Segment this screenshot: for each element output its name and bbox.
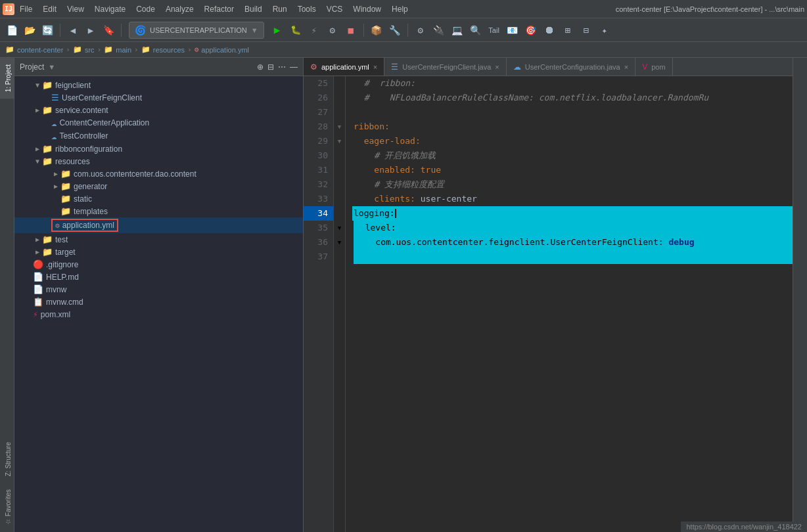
- collapse-icon[interactable]: ⊟: [267, 62, 274, 72]
- search-everywhere-btn[interactable]: 🔍: [468, 22, 484, 38]
- tab-feign-client[interactable]: ☰ UserCenterFeignClient.java ×: [384, 58, 507, 76]
- tab-close-feign[interactable]: ×: [495, 63, 499, 71]
- forward-btn[interactable]: ▶: [83, 22, 99, 38]
- line-num-28: 28: [304, 120, 333, 134]
- breadcrumb-main[interactable]: main: [116, 46, 131, 54]
- gradle-btn[interactable]: 📦: [369, 22, 384, 38]
- split-btn[interactable]: ⊟: [578, 22, 594, 38]
- tree-item-help[interactable]: 📄 HELP.md: [14, 271, 303, 283]
- tree-item-application-yml[interactable]: ⚙ application.yml: [14, 217, 303, 233]
- tree-item-gitignore[interactable]: 🔴 .gitignore: [14, 258, 303, 271]
- line-num-33: 33: [304, 192, 333, 206]
- menu-file[interactable]: File: [14, 3, 37, 15]
- code-line-29: eager-load:: [354, 134, 793, 148]
- tree-arrow-dao: ▶: [51, 170, 60, 177]
- tree-item-static[interactable]: 📁 static: [14, 192, 303, 205]
- tree-label-application-yml: application.yml: [62, 221, 114, 230]
- breadcrumb-src[interactable]: src: [85, 46, 95, 54]
- menu-view[interactable]: View: [62, 3, 89, 15]
- tab-icon-feign: ☰: [391, 62, 398, 72]
- menu-refactor[interactable]: Refactor: [199, 3, 239, 15]
- java-icon-app: ☁: [51, 118, 57, 128]
- favorites-tab[interactable]: ☆ Favorites: [0, 483, 14, 532]
- status-bar: https://blog.csdn.net/wanjin_418422: [681, 521, 807, 532]
- menu-vcs[interactable]: VCS: [321, 3, 348, 15]
- menu-analyze[interactable]: Analyze: [160, 3, 199, 15]
- menu-run[interactable]: Run: [267, 3, 292, 15]
- bookmark-btn[interactable]: 🔖: [101, 22, 116, 38]
- code-line-35: level:: [354, 221, 793, 235]
- open-btn[interactable]: 📂: [22, 22, 37, 38]
- tree-label-generator: generator: [74, 182, 107, 191]
- structure-tab[interactable]: Z: Structure: [0, 435, 14, 483]
- tree-label-help: HELP.md: [46, 273, 79, 282]
- minimize-icon[interactable]: —: [290, 62, 298, 72]
- tree-item-feignclient[interactable]: ▼ 📁 feignclient: [14, 79, 303, 91]
- sync-btn[interactable]: 🔄: [39, 22, 55, 38]
- menu-tools[interactable]: Tools: [292, 3, 321, 15]
- terminal-btn[interactable]: 💻: [450, 22, 465, 38]
- tab-config[interactable]: ☁ UserCenterConfiguration.java ×: [507, 58, 635, 76]
- tab-pom[interactable]: V pom: [635, 58, 672, 76]
- tab-close-config[interactable]: ×: [624, 63, 628, 71]
- locate-icon[interactable]: ⊕: [257, 62, 264, 72]
- tree-item-test[interactable]: ▶ 📁 test: [14, 233, 303, 246]
- code-text-36: com.uos.contentcenter.feignclient.UserCe…: [355, 235, 668, 250]
- menu-help[interactable]: Help: [386, 3, 413, 15]
- code-content[interactable]: # ribbon: # NFLoadBalancerRuleClassName:…: [346, 76, 793, 532]
- fold-36: ▼: [334, 235, 345, 250]
- tree-label-feign: UserCenterFeignClient: [62, 93, 142, 102]
- stop-btn[interactable]: ■: [343, 22, 359, 38]
- plugins-btn[interactable]: 🔌: [431, 22, 447, 38]
- tree-item-usercenter-feign[interactable]: ☰ UserCenterFeignClient: [14, 91, 303, 104]
- tree-item-mvnw-cmd[interactable]: 📋 mvnw.cmd: [14, 296, 303, 308]
- record-btn[interactable]: ⏺: [542, 22, 557, 38]
- tail-btn[interactable]: Tail: [486, 22, 502, 38]
- back-btn[interactable]: ◀: [65, 22, 81, 38]
- tree-arrow-generator: ▶: [51, 183, 60, 190]
- menu-window[interactable]: Window: [348, 3, 386, 15]
- maven-btn[interactable]: 🔧: [387, 22, 403, 38]
- extra-btn-1[interactable]: 🎯: [523, 22, 539, 38]
- tab-application-yml[interactable]: ⚙ application.yml ×: [304, 58, 384, 76]
- tree-item-target[interactable]: ▶ 📁 target: [14, 246, 303, 258]
- app-logo: IJ: [3, 3, 14, 15]
- coverage-btn[interactable]: ⚡: [306, 22, 322, 38]
- debug-btn[interactable]: 🐛: [288, 22, 304, 38]
- menu-navigate[interactable]: Navigate: [89, 3, 131, 15]
- tree-item-resources[interactable]: ▼ 📁 resources: [14, 155, 303, 167]
- tab-label-feign: UserCenterFeignClient.java: [402, 63, 491, 71]
- tree-item-content-app[interactable]: ☁ ContentCenterApplication: [14, 116, 303, 129]
- java-icon-feign: ☰: [51, 93, 59, 102]
- breadcrumb-resources[interactable]: resources: [153, 46, 185, 54]
- settings-icon[interactable]: ⋯: [278, 62, 286, 72]
- tree-label-test: test: [55, 235, 68, 244]
- run-btn[interactable]: ▶: [269, 22, 285, 38]
- tree-item-service-content[interactable]: ▶ 📁 service.content: [14, 104, 303, 116]
- breadcrumb-application-yml[interactable]: application.yml: [201, 46, 249, 54]
- project-tab[interactable]: 1: Project: [0, 58, 14, 99]
- tree-item-generator[interactable]: ▶ 📁 generator: [14, 180, 303, 192]
- tab-close-yml[interactable]: ×: [373, 63, 377, 71]
- settings-btn[interactable]: ⚙: [413, 22, 428, 38]
- new-file-btn[interactable]: 📄: [4, 22, 20, 38]
- tree-item-mvnw[interactable]: 📄 mvnw: [14, 283, 303, 296]
- tree-item-test-controller[interactable]: ☁ TestController: [14, 129, 303, 143]
- tree-item-pom[interactable]: ⚡ pom.xml: [14, 308, 303, 321]
- tree-item-templates[interactable]: 📁 templates: [14, 205, 303, 217]
- tree-item-ribbon[interactable]: ▶ 📁 ribbonconfiguration: [14, 143, 303, 155]
- breadcrumb-content-center[interactable]: content-center: [17, 46, 63, 54]
- folder-icon-target: 📁: [42, 247, 53, 257]
- menu-edit[interactable]: Edit: [37, 3, 62, 15]
- tree-item-dao[interactable]: ▶ 📁 com.uos.contentcenter.dao.content: [14, 167, 303, 180]
- right-side-tabs: [793, 58, 807, 532]
- extra-btn-2[interactable]: ✦: [597, 22, 612, 38]
- line-num-36: 36: [304, 235, 333, 250]
- folder-icon-feignclient: 📁: [42, 80, 53, 90]
- mail-btn[interactable]: 📧: [505, 22, 520, 38]
- profile-btn[interactable]: ⚙: [325, 22, 340, 38]
- run-config-selector[interactable]: 🌀 USERCENTERAPPLICATION ▼: [129, 22, 264, 39]
- menu-build[interactable]: Build: [239, 3, 267, 15]
- layout-btn[interactable]: ⊞: [560, 22, 576, 38]
- menu-code[interactable]: Code: [131, 3, 160, 15]
